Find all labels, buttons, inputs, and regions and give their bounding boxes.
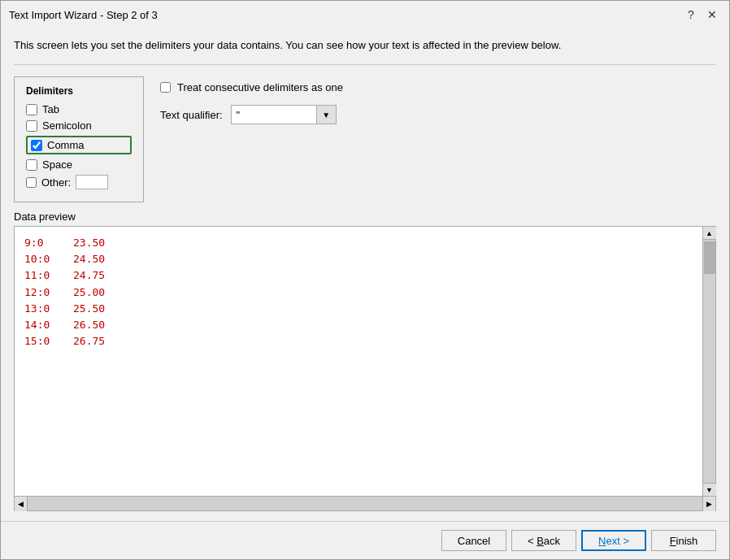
dialog-title: Text Import Wizard - Step 2 of 3 [9, 9, 158, 21]
preview-cell: 25.50 [73, 301, 122, 317]
preview-cell: 26.75 [73, 333, 122, 349]
dialog: Text Import Wizard - Step 2 of 3 ? ✕ Thi… [0, 0, 730, 560]
cancel-button[interactable]: Cancel [441, 530, 506, 551]
consecutive-label[interactable]: Treat consecutive delimiters as one [177, 81, 343, 93]
consecutive-row: Treat consecutive delimiters as one [160, 81, 343, 93]
info-text-content: This screen lets you set the delimiters … [14, 39, 561, 51]
scroll-h-track[interactable] [28, 497, 702, 510]
finish-label: Finish [670, 535, 698, 547]
preview-column-1: 9:0 10:0 11:0 12:0 13:0 14:0 15:0 [24, 235, 73, 488]
footer: Cancel < Back Next > Finish [1, 521, 729, 559]
preview-inner: 9:0 10:0 11:0 12:0 13:0 14:0 15:0 23.50 … [15, 227, 715, 496]
space-row: Space [26, 158, 132, 171]
back-button[interactable]: < Back [511, 530, 576, 551]
tab-row: Tab [26, 103, 132, 115]
other-row: Other: [26, 175, 132, 189]
preview-container: 9:0 10:0 11:0 12:0 13:0 14:0 15:0 23.50 … [14, 226, 716, 511]
preview-cell: 14:0 [24, 317, 73, 333]
preview-cell: 24.75 [73, 267, 122, 284]
title-bar: Text Import Wizard - Step 2 of 3 ? ✕ [1, 1, 729, 28]
scroll-track[interactable] [703, 240, 715, 483]
space-label[interactable]: Space [42, 158, 72, 171]
qualifier-value: " [232, 109, 316, 121]
help-button[interactable]: ? [682, 6, 700, 24]
scroll-right-button[interactable]: ▶ [702, 497, 715, 511]
other-checkbox[interactable] [26, 177, 37, 188]
other-input[interactable] [76, 175, 108, 189]
preview-cell: 23.50 [73, 235, 122, 251]
space-checkbox[interactable] [26, 159, 37, 171]
qualifier-label: Text qualifier: [160, 109, 223, 121]
tab-checkbox[interactable] [26, 104, 37, 115]
other-label[interactable]: Other: [41, 176, 71, 189]
preview-cell: 25.00 [73, 284, 122, 301]
preview-cell: 24.50 [73, 251, 122, 267]
main-area: Delimiters Tab Semicolon Comma [14, 76, 716, 202]
scroll-left-button[interactable]: ◀ [15, 497, 28, 511]
next-label: Next > [598, 535, 629, 547]
horizontal-scrollbar[interactable]: ◀ ▶ [15, 496, 715, 510]
right-panel: Treat consecutive delimiters as one Text… [160, 76, 343, 202]
qualifier-select[interactable]: " ▼ [231, 105, 337, 124]
scroll-down-button[interactable]: ▼ [703, 483, 716, 496]
qualifier-row: Text qualifier: " ▼ [160, 105, 343, 124]
close-button[interactable]: ✕ [703, 6, 721, 24]
scroll-thumb[interactable] [704, 241, 715, 274]
preview-cell: 12:0 [24, 284, 73, 301]
semicolon-checkbox[interactable] [26, 120, 37, 132]
preview-cell: 11:0 [24, 267, 73, 284]
data-preview-section: Data preview 9:0 10:0 11:0 12:0 13:0 14:… [14, 211, 716, 511]
back-label: < Back [528, 535, 560, 547]
delimiters-title: Delimiters [26, 85, 132, 97]
preview-cell: 26.50 [73, 317, 122, 333]
preview-column-2: 23.50 24.50 24.75 25.00 25.50 26.50 26.7… [73, 235, 122, 488]
preview-cell: 13:0 [24, 301, 73, 317]
separator [14, 64, 716, 65]
semicolon-label[interactable]: Semicolon [42, 119, 92, 132]
data-preview-label: Data preview [14, 211, 716, 223]
next-button[interactable]: Next > [581, 530, 646, 551]
dialog-content: This screen lets you set the delimiters … [1, 28, 729, 521]
tab-label[interactable]: Tab [42, 103, 59, 115]
comma-checkbox[interactable] [31, 140, 42, 151]
delimiters-section: Delimiters Tab Semicolon Comma [14, 76, 144, 202]
comma-row: Comma [26, 136, 132, 154]
finish-button[interactable]: Finish [651, 530, 716, 551]
vertical-scrollbar[interactable]: ▲ ▼ [702, 227, 715, 496]
scroll-up-button[interactable]: ▲ [703, 227, 716, 240]
comma-label[interactable]: Comma [47, 139, 85, 151]
qualifier-dropdown-arrow[interactable]: ▼ [316, 106, 336, 124]
preview-cell: 9:0 [24, 235, 73, 251]
info-text: This screen lets you set the delimiters … [14, 38, 716, 53]
consecutive-checkbox[interactable] [160, 82, 171, 93]
preview-cell: 15:0 [24, 333, 73, 349]
preview-cell: 10:0 [24, 251, 73, 267]
semicolon-row: Semicolon [26, 119, 132, 132]
